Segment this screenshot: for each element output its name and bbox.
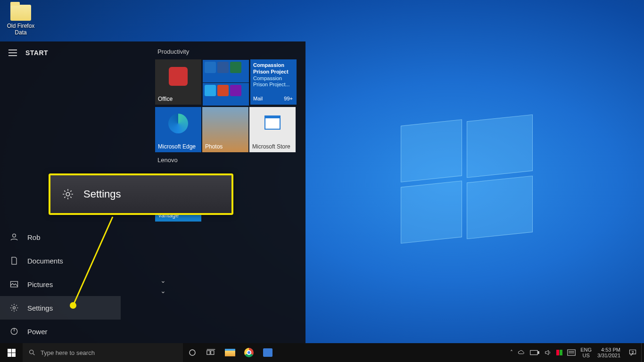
edge-icon [168, 114, 188, 133]
rail-label: Settings [27, 304, 53, 312]
gear-icon [62, 188, 74, 200]
rail-label: Rob [27, 233, 41, 241]
tile-caption: Microsoft Store [252, 143, 293, 150]
search-placeholder: Type here to search [41, 349, 95, 356]
gear-icon [9, 303, 19, 313]
settings-tooltip-callout: Settings [49, 173, 233, 215]
taskview-icon [206, 349, 216, 356]
svg-point-10 [190, 350, 195, 355]
clock-time: 4:53 PM [601, 347, 620, 353]
svg-rect-11 [207, 351, 210, 354]
desktop[interactable]: Old Firefox Data START Productivity Offi… [0, 0, 644, 362]
mail-headline: Compassion Prison Project [253, 62, 294, 75]
chevron-down-icon[interactable]: ⌄ [160, 277, 291, 284]
svg-rect-15 [538, 352, 539, 354]
windows-logo-wallpaper [401, 123, 533, 245]
language-indicator[interactable]: ENG US [578, 347, 594, 358]
search-icon [28, 349, 36, 356]
rail-power[interactable]: Power [0, 320, 121, 343]
mail-badge: 99+ [284, 96, 293, 102]
pictures-icon [9, 280, 19, 289]
taskbar-app-chrome[interactable] [239, 343, 258, 362]
chrome-icon [244, 348, 254, 357]
power-icon [9, 327, 19, 336]
taskbar-search[interactable]: Type here to search [23, 343, 183, 362]
start-tiles: Productivity Office [155, 44, 297, 297]
rail-label: Documents [27, 257, 63, 265]
battery-icon[interactable] [530, 350, 539, 355]
tile-edge[interactable]: Microsoft Edge [155, 107, 201, 152]
tile-photos[interactable]: Photos [202, 107, 248, 152]
file-explorer-icon [225, 349, 235, 356]
hamburger-icon[interactable] [8, 49, 17, 56]
tile-caption: Office [158, 96, 198, 102]
clock-date: 3/31/2021 [597, 353, 620, 358]
svg-point-2 [13, 307, 16, 309]
folder-icon [10, 5, 31, 21]
task-view-button[interactable] [202, 343, 221, 362]
desktop-icon-old-firefox-data[interactable]: Old Firefox Data [4, 5, 38, 36]
language-code: ENG [580, 347, 592, 353]
svg-rect-12 [211, 351, 214, 354]
svg-point-0 [13, 234, 16, 237]
tile-store[interactable]: Microsoft Store [249, 107, 296, 152]
volume-icon[interactable] [544, 349, 552, 356]
taskbar: Type here to search ˄ ENG US [0, 343, 644, 362]
cortana-button[interactable] [183, 343, 202, 362]
svg-point-5 [66, 192, 70, 196]
onedrive-icon[interactable] [518, 349, 525, 356]
mail-label: Mail [253, 96, 263, 102]
store-icon [264, 115, 281, 130]
start-button[interactable] [0, 343, 23, 362]
taskbar-clock[interactable]: 4:53 PM 3/31/2021 [594, 347, 624, 358]
action-center-button[interactable]: 2 [624, 349, 641, 356]
language-region: US [583, 353, 590, 358]
user-icon [9, 232, 19, 242]
office-apps-icons [203, 83, 245, 109]
group-label-productivity[interactable]: Productivity [157, 48, 297, 55]
chevron-down-icon[interactable]: ⌄ [160, 287, 291, 295]
security-icon[interactable] [556, 350, 562, 355]
show-desktop-button[interactable] [641, 343, 644, 362]
tooltip-label: Settings [83, 188, 121, 200]
tray-overflow-button[interactable]: ˄ [510, 349, 513, 356]
notification-count: 2 [631, 350, 634, 355]
system-tray: ˄ [507, 349, 578, 356]
taskbar-app-file-explorer[interactable] [221, 343, 239, 362]
tile-caption: Microsoft Edge [158, 143, 198, 150]
rail-label: Pictures [27, 280, 53, 288]
windows-icon [8, 349, 16, 357]
svg-rect-14 [530, 350, 537, 354]
svg-point-8 [30, 350, 33, 354]
rail-label: Power [27, 328, 48, 336]
tile-caption: Photos [205, 143, 246, 150]
rail-settings[interactable]: Settings [0, 296, 121, 320]
start-rail: Rob Documents Pictures Settings Power [0, 225, 121, 343]
desktop-icon-label: Old Firefox Data [4, 23, 38, 36]
keyboard-icon[interactable] [567, 349, 576, 356]
office-icon [169, 67, 188, 86]
app-icon [263, 348, 272, 357]
office-apps-icons [203, 60, 245, 86]
group-label-lenovo[interactable]: Lenovo [157, 156, 297, 164]
document-icon [9, 256, 19, 265]
rail-documents[interactable]: Documents [0, 249, 121, 272]
rail-user[interactable]: Rob [0, 225, 121, 249]
circle-icon [188, 348, 197, 357]
start-menu-title: START [25, 49, 48, 57]
svg-line-9 [33, 354, 34, 355]
tile-office-apps-top[interactable] [203, 60, 249, 82]
mail-subhead: Compassion Prison Project... [253, 75, 294, 89]
taskbar-app-edge-legacy[interactable] [258, 343, 277, 362]
svg-rect-16 [568, 350, 576, 355]
tile-office-apps-bottom[interactable] [203, 83, 249, 106]
tile-office[interactable]: Office [155, 59, 201, 105]
tile-mail[interactable]: Compassion Prison Project Compassion Pri… [250, 59, 297, 105]
rail-pictures[interactable]: Pictures [0, 272, 121, 296]
